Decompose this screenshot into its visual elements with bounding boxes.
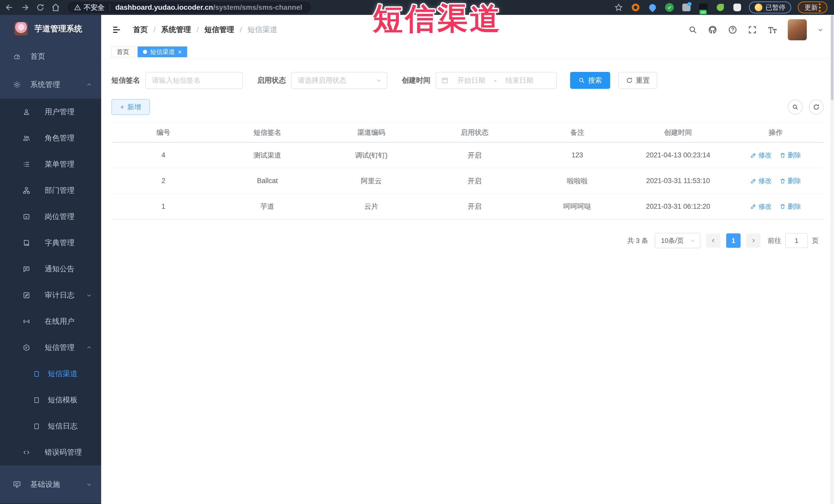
sidebar-item-sms-mgmt[interactable]: 短信管理 <box>0 334 101 361</box>
next-page-button[interactable] <box>746 234 761 248</box>
sidebar-item-label: 系统管理 <box>30 80 60 90</box>
delete-link[interactable]: 删除 <box>780 176 801 185</box>
sidebar-item-online-users[interactable]: 在线用户 <box>0 308 101 334</box>
goto-page-input[interactable] <box>785 233 808 248</box>
font-size-icon[interactable] <box>767 25 777 35</box>
book-icon <box>21 239 31 247</box>
search-icon <box>792 104 798 110</box>
tab-home[interactable]: 首页 <box>111 46 134 57</box>
sidebar-item-sms-channel[interactable]: 短信渠道 <box>0 361 101 387</box>
reset-button[interactable]: 重置 <box>618 72 657 89</box>
chevron-down-icon[interactable] <box>817 26 824 33</box>
app-logo[interactable]: 芋道管理系统 <box>0 15 101 42</box>
extension-on-badge: on <box>700 10 707 14</box>
extension-icon-3[interactable] <box>664 2 675 13</box>
sidebar-item-audit-log[interactable]: 审计日志 <box>0 282 101 308</box>
prev-page-button[interactable] <box>706 234 721 248</box>
reload-icon <box>36 3 44 12</box>
breadcrumb-item[interactable]: 首页 <box>133 25 148 35</box>
badge-icon <box>21 213 31 221</box>
update-label: 更新 <box>805 3 818 12</box>
sidebar-item-infrastructure[interactable]: 基础设施 <box>0 470 101 499</box>
sidebar-item-post-mgmt[interactable]: 岗位管理 <box>0 204 101 230</box>
chevron-down-icon <box>690 238 696 244</box>
sidebar-item-dict-mgmt[interactable]: 字典管理 <box>0 230 101 256</box>
add-button-label: 新增 <box>127 103 141 112</box>
cell-code: 调试(钉钉) <box>319 151 423 160</box>
extension-icon-5[interactable]: on <box>698 2 708 13</box>
refresh-table-button[interactable] <box>809 100 824 114</box>
toggle-search-button[interactable] <box>788 100 803 114</box>
page-number-button[interactable]: 1 <box>726 234 741 248</box>
extension-icon-7[interactable] <box>732 2 742 13</box>
browser-menu-icon[interactable] <box>819 3 821 12</box>
window-scrollbar[interactable] <box>830 15 834 504</box>
extension-icon-4[interactable] <box>681 2 692 13</box>
breadcrumb-item[interactable]: 短信管理 <box>204 25 234 35</box>
pagination: 共 3 条 10条/页 1 前往 页 <box>101 233 818 248</box>
url-path: /system/sms/sms-channel <box>213 3 302 12</box>
goto-label: 前往 <box>768 236 781 245</box>
scrollbar-thumb[interactable] <box>831 16 833 100</box>
column-header: 启用状态 <box>423 128 526 137</box>
github-icon[interactable] <box>708 25 718 35</box>
address-divider <box>110 4 110 11</box>
sidebar-item-label: 字典管理 <box>45 238 74 248</box>
sidebar-item-label: 用户管理 <box>45 107 74 117</box>
extension-icon-1[interactable] <box>631 2 641 13</box>
breadcrumb-item[interactable]: 系统管理 <box>161 25 191 35</box>
status-select[interactable]: 请选择启用状态 <box>291 72 387 89</box>
sidebar-item-role-mgmt[interactable]: 角色管理 <box>0 125 101 151</box>
sidebar-item-error-code[interactable]: 错误码管理 <box>0 439 101 465</box>
site-security-warning[interactable]: 不安全 <box>74 3 105 12</box>
user-avatar[interactable] <box>788 19 807 40</box>
sidebar-item-notice[interactable]: 通知公告 <box>0 256 101 282</box>
sidebar-item-label: 基础设施 <box>30 479 60 490</box>
fullscreen-icon[interactable] <box>748 25 757 35</box>
sidebar-collapse-button[interactable] <box>111 25 122 35</box>
help-icon[interactable] <box>728 25 738 35</box>
address-bar[interactable]: 不安全 dashboard.yudao.iocoder.cn/system/sm… <box>67 2 311 13</box>
extension-icon-2[interactable] <box>648 2 658 13</box>
search-icon[interactable] <box>688 25 698 35</box>
add-button[interactable]: + 新增 <box>111 99 150 115</box>
search-button[interactable]: 搜索 <box>570 72 610 89</box>
browser-back-button[interactable] <box>4 2 16 13</box>
edit-link[interactable]: 修改 <box>750 202 772 211</box>
sidebar-item-home[interactable]: 首页 <box>0 42 101 71</box>
end-date-placeholder[interactable]: 结束日期 <box>500 76 539 85</box>
close-tab-icon[interactable]: × <box>178 48 182 55</box>
start-date-placeholder[interactable]: 开始日期 <box>452 76 490 85</box>
browser-update-button[interactable]: 更新 <box>798 2 827 13</box>
sidebar-item-sms-log[interactable]: 短信日志 <box>0 413 101 439</box>
extension-icon-6[interactable] <box>715 2 725 13</box>
logo-avatar <box>14 22 28 36</box>
delete-link[interactable]: 删除 <box>780 151 801 160</box>
edit-link[interactable]: 修改 <box>750 176 772 185</box>
sign-input[interactable] <box>146 72 242 88</box>
tab-sms-channel[interactable]: 短信渠道 × <box>137 46 187 57</box>
sidebar-item-label: 角色管理 <box>45 133 74 143</box>
sidebar-item-user-mgmt[interactable]: 用户管理 <box>0 99 101 125</box>
sidebar-item-system[interactable]: 系统管理 <box>0 71 101 99</box>
profile-paused-pill[interactable]: 已暂停 <box>749 2 791 13</box>
breadcrumb-separator: / <box>240 26 242 34</box>
edit-link[interactable]: 修改 <box>750 151 772 160</box>
bookmark-star-icon[interactable] <box>614 2 624 13</box>
sidebar-item-dept-mgmt[interactable]: 部门管理 <box>0 177 101 204</box>
browser-reload-button[interactable] <box>35 2 46 13</box>
plus-icon: + <box>120 103 124 111</box>
user-icon <box>21 108 31 116</box>
page-size-select[interactable]: 10条/页 <box>655 233 701 248</box>
browser-forward-button[interactable] <box>19 2 31 13</box>
date-range-picker[interactable]: 开始日期 - 结束日期 <box>436 72 557 89</box>
sidebar-item-label: 短信模板 <box>48 395 78 405</box>
column-header: 渠道编码 <box>319 128 423 137</box>
page-size-value: 10条/页 <box>661 236 684 245</box>
trash-icon <box>780 203 786 210</box>
delete-link[interactable]: 删除 <box>780 202 801 211</box>
sidebar-item-sms-template[interactable]: 短信模板 <box>0 387 101 413</box>
sidebar-item-menu-mgmt[interactable]: 菜单管理 <box>0 151 101 177</box>
browser-home-button[interactable] <box>50 2 62 13</box>
cell-created: 2021-03-31 11:53:10 <box>629 177 727 185</box>
